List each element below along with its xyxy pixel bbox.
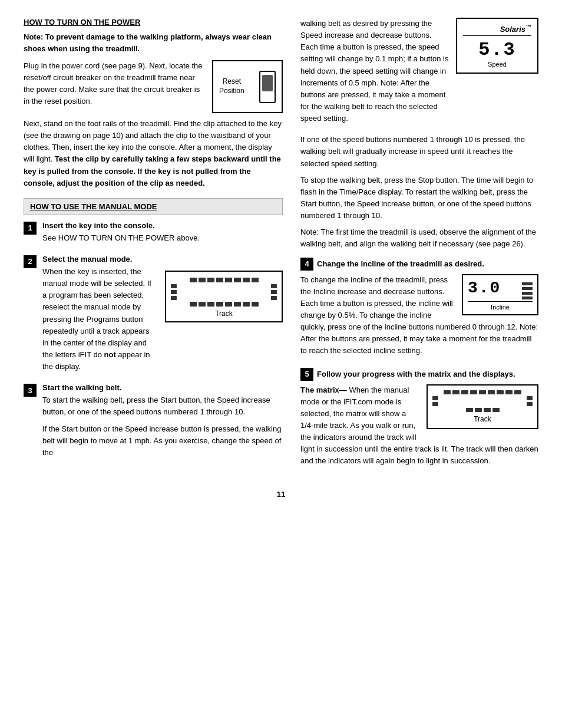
track-dot [190, 302, 197, 307]
track-middle [171, 284, 277, 300]
reset-switch-icon [259, 71, 276, 103]
track-right-side [271, 284, 277, 300]
track-dot [252, 278, 259, 282]
matrix-dot [461, 390, 468, 394]
step1-number: 1 [24, 222, 37, 235]
track-dot [199, 278, 206, 282]
manual-mode-section: HOW TO USE THE MANUAL MODE [24, 198, 283, 215]
step2-text: When the key is inserted, the manual mod… [42, 266, 152, 377]
matrix-dot [484, 408, 491, 412]
step5-title: Follow your progress with the matrix and… [317, 370, 515, 378]
track-display-box: Track [165, 271, 283, 322]
reset-position-box: ResetPosition [212, 60, 283, 113]
incline-number: 3.0 [468, 279, 501, 297]
step4-content: 3.0 Incline To change the incline of the [300, 274, 538, 362]
track-dot [243, 278, 250, 282]
solaris-title: Solaris™ [463, 24, 531, 36]
matrix-dot [444, 390, 451, 394]
right-para1: walking belt as desired by pressing the … [300, 18, 450, 124]
incline-inner: 3.0 [468, 279, 533, 299]
step4: 4 Change the incline of the treadmill as… [300, 258, 538, 362]
track-dot [199, 302, 206, 307]
incline-number-text: 3.0 [468, 279, 501, 297]
incline-bar [522, 292, 533, 295]
matrix-dot [470, 390, 477, 394]
step1: 1 Insert the key into the console. See H… [24, 221, 283, 249]
track-dot [225, 302, 232, 307]
matrix-dot [452, 390, 459, 394]
track-bottom-row [171, 302, 277, 307]
matrix-track-label: Track [432, 415, 533, 423]
incline-bars [522, 282, 533, 299]
track-dot [190, 278, 197, 282]
manual-section-title: HOW TO USE THE MANUAL MODE [30, 202, 276, 211]
section1-title: HOW TO TURN ON THE POWER [24, 18, 283, 27]
incline-bar [522, 287, 533, 290]
matrix-dot [475, 408, 482, 412]
right-para4: Note: The first time the treadmill is us… [300, 226, 538, 250]
matrix-dot [505, 390, 513, 394]
para2: Next, stand on the foot rails of the tre… [24, 118, 283, 189]
note-bold: Note: To prevent damage to the walking p… [24, 31, 283, 54]
matrix-right-side [527, 396, 533, 406]
step2: 2 Select the manual mode. When the key i… [24, 255, 283, 377]
step1-title: Insert the key into the console. [42, 221, 283, 230]
track-dot [234, 302, 241, 307]
matrix-left-row [432, 396, 533, 406]
track-dot [207, 278, 214, 282]
step3-content: Start the walking belt. To start the wal… [42, 383, 283, 463]
track-dot [252, 302, 259, 307]
para1: Plug in the power cord (see page 9). Nex… [24, 60, 206, 108]
track-dot [216, 278, 223, 282]
step1-content: Insert the key into the console. See HOW… [42, 221, 283, 249]
solaris-number: 5.3 [463, 39, 531, 61]
track-dot [207, 302, 214, 307]
matrix-dot [466, 408, 473, 412]
step4-title: Change the incline of the treadmill as d… [317, 259, 484, 268]
step3-text1: To start the walking belt, press the Sta… [42, 394, 283, 418]
left-column: HOW TO TURN ON THE POWER Note: To preven… [24, 18, 283, 478]
para2-bold: Test the clip by carefully taking a few … [24, 154, 281, 187]
step3-title: Start the walking belt. [42, 383, 283, 392]
matrix-dot [492, 408, 500, 412]
step4-number: 4 [300, 258, 313, 271]
step5-content: Track The matrix— When the manual mode o… [300, 384, 538, 472]
matrix-dot [514, 390, 521, 394]
track-label: Track [171, 309, 277, 318]
matrix-dot [497, 390, 504, 394]
power-on-section: Plug in the power cord (see page 9). Nex… [24, 60, 283, 113]
solaris-display: Solaris™ 5.3 Speed [456, 18, 538, 74]
incline-bar [522, 282, 533, 285]
matrix-side-dot [432, 396, 438, 400]
matrix-side-dot [527, 396, 533, 400]
step2-inline: When the key is inserted, the manual mod… [42, 266, 283, 377]
track-dot [243, 302, 250, 307]
step2-content: Select the manual mode. When the key is … [42, 255, 283, 377]
reset-label: ResetPosition [219, 77, 244, 95]
matrix-top-row [432, 390, 533, 394]
matrix-dot [479, 390, 486, 394]
matrix-side-dot [432, 402, 438, 406]
incline-display: 3.0 Incline [462, 274, 538, 315]
incline-bar [522, 297, 533, 299]
matrix-center-row [432, 408, 533, 412]
matrix-track-display: Track [427, 384, 538, 429]
step4-header: 4 Change the incline of the treadmill as… [300, 258, 538, 271]
track-left-side [171, 284, 177, 300]
solaris-tm: ™ [525, 24, 531, 30]
solaris-speed-label: Speed [463, 61, 531, 68]
page-number: 11 [24, 490, 538, 499]
track-dot [216, 302, 223, 307]
track-dot [225, 278, 232, 282]
right-column: walking belt as desired by pressing the … [300, 18, 538, 478]
matrix-left-side [432, 396, 438, 406]
right-para2: If one of the speed buttons numbered 1 t… [300, 134, 538, 169]
page: HOW TO TURN ON THE POWER Note: To preven… [0, 0, 562, 728]
step2-title: Select the manual mode. [42, 255, 283, 263]
right-para3: To stop the walking belt, press the Stop… [300, 174, 538, 222]
step3-text2: If the Start button or the Speed increas… [42, 423, 283, 459]
step2-number: 2 [24, 255, 37, 268]
track-top-row [171, 278, 277, 282]
track-dot [234, 278, 241, 282]
matrix-side-dot [527, 402, 533, 406]
